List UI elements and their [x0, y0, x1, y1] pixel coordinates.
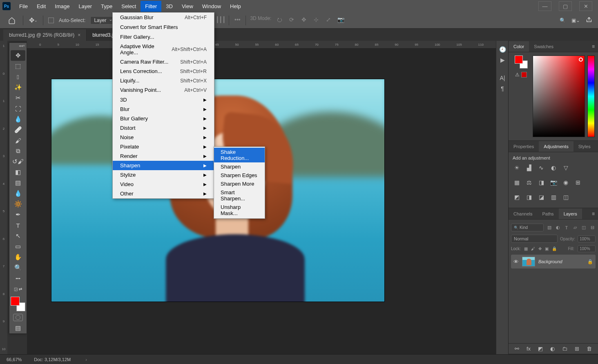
invert-icon[interactable]: ◩: [513, 193, 521, 201]
layer-row[interactable]: 👁 Background 🔒: [511, 255, 596, 269]
filter-menu-item[interactable]: Stylize▶: [113, 170, 214, 180]
swap-colors-icon[interactable]: ◲ ⇄: [11, 284, 25, 294]
channel-mixer-icon[interactable]: ◉: [562, 178, 570, 186]
brightness-icon[interactable]: ☀: [513, 164, 521, 172]
auto-select-checkbox[interactable]: [48, 18, 54, 23]
lasso-tool[interactable]: 𓏢: [11, 71, 25, 82]
marquee-tool[interactable]: ⬚: [11, 61, 25, 71]
status-menu-icon[interactable]: ›: [85, 357, 87, 362]
filter-menu-item[interactable]: Convert for Smart Filters: [113, 22, 214, 32]
sharpen-menu-item[interactable]: Smart Sharpen...: [214, 188, 265, 203]
menu-3d[interactable]: 3D: [161, 1, 177, 12]
lock-transparency-icon[interactable]: ▦: [524, 246, 528, 251]
3d-slide-icon[interactable]: ⊹: [312, 16, 320, 24]
menu-layer[interactable]: Layer: [74, 1, 97, 12]
tab-styles[interactable]: Styles: [573, 141, 596, 152]
tab-layers[interactable]: Layers: [559, 209, 582, 219]
filter-menu-item[interactable]: Blur▶: [113, 104, 214, 114]
workspace-switcher-icon[interactable]: ▣⌄: [571, 18, 580, 23]
filter-menu-item[interactable]: Liquify...Shift+Ctrl+X: [113, 76, 214, 85]
3d-pan-icon[interactable]: ✥: [300, 16, 308, 24]
move-tool-icon[interactable]: ✥⌄: [28, 16, 38, 25]
color-lookup-icon[interactable]: ⊞: [574, 178, 582, 186]
blend-mode-dropdown[interactable]: Normal: [511, 235, 558, 243]
new-layer-icon[interactable]: ⊞: [575, 346, 579, 352]
history-panel-icon[interactable]: 🕘: [496, 44, 509, 55]
exposure-icon[interactable]: ◐: [549, 164, 558, 172]
foreground-color-swatch[interactable]: [11, 297, 20, 306]
3d-roll-icon[interactable]: ⟳: [288, 16, 296, 24]
magic-wand-tool[interactable]: ✨: [11, 82, 25, 93]
curves-icon[interactable]: ∿: [537, 164, 545, 172]
link-layers-icon[interactable]: ⚯: [515, 346, 519, 352]
menu-file[interactable]: File: [15, 1, 32, 12]
filter-menu-item[interactable]: Other▶: [113, 189, 214, 198]
menu-window[interactable]: Window: [198, 1, 225, 12]
filter-menu-item[interactable]: 3D▶: [113, 95, 214, 104]
filter-menu-item[interactable]: Video▶: [113, 180, 214, 189]
clone-stamp-tool[interactable]: ⧉: [11, 146, 25, 156]
history-brush-tool[interactable]: ↺🖌: [11, 156, 25, 167]
menu-filter[interactable]: Filter: [141, 1, 161, 12]
sharpen-menu-item[interactable]: Sharpen: [214, 162, 265, 171]
zoom-tool[interactable]: 🔍: [11, 262, 25, 273]
3d-scale-icon[interactable]: ⤢: [324, 16, 332, 24]
filter-pixel-icon[interactable]: ▧: [546, 224, 552, 231]
sharpen-menu-item[interactable]: Shake Reduction...: [214, 148, 265, 162]
levels-icon[interactable]: ▟: [525, 164, 533, 172]
menu-type[interactable]: Type: [96, 1, 117, 12]
close-button[interactable]: ✕: [579, 1, 592, 11]
opacity-input[interactable]: 100%: [578, 235, 596, 242]
eraser-tool[interactable]: ◧: [11, 167, 25, 178]
3d-camera-icon[interactable]: 📷: [337, 16, 345, 24]
color-field[interactable]: [533, 55, 585, 137]
type-tool[interactable]: T: [11, 220, 25, 231]
minimize-button[interactable]: —: [538, 1, 551, 11]
filter-shape-icon[interactable]: ▱: [572, 224, 578, 231]
filter-menu-item[interactable]: Lens Correction...Shift+Ctrl+R: [113, 67, 214, 76]
lock-artboard-icon[interactable]: ▣: [545, 246, 549, 251]
hand-tool[interactable]: ✋: [11, 252, 25, 262]
filter-menu-item[interactable]: Pixelate▶: [113, 142, 214, 151]
filter-menu-item[interactable]: Filter Gallery...: [113, 32, 214, 42]
tab-swatches[interactable]: Swatches: [529, 41, 558, 52]
tab-close-icon[interactable]: ×: [78, 32, 80, 38]
character-panel-icon[interactable]: A|: [496, 73, 509, 83]
sharpen-menu-item[interactable]: Sharpen More: [214, 180, 265, 188]
layer-thumbnail[interactable]: [522, 257, 535, 266]
selective-color-icon[interactable]: ◫: [562, 193, 570, 201]
color-swatches-mini[interactable]: [515, 55, 528, 69]
paragraph-panel-icon[interactable]: ¶: [496, 83, 509, 94]
more-icon[interactable]: •••: [233, 16, 241, 24]
rectangle-tool[interactable]: ▭: [11, 241, 25, 252]
gamut-warning-icon[interactable]: ⚠: [515, 72, 520, 78]
visibility-icon[interactable]: 👁: [513, 259, 519, 265]
menu-help[interactable]: Help: [225, 1, 245, 12]
screen-mode-icon[interactable]: ▤: [11, 323, 25, 333]
panel-menu-icon[interactable]: ≡: [596, 144, 598, 149]
home-icon[interactable]: [6, 15, 18, 26]
distribute-icon[interactable]: ┃┃┃: [216, 16, 225, 24]
layer-name[interactable]: Background: [538, 259, 584, 264]
filter-smart-icon[interactable]: ◫: [581, 224, 587, 231]
search-icon[interactable]: 🔍: [560, 18, 566, 23]
dodge-tool[interactable]: 🔆: [11, 199, 25, 209]
color-swatches[interactable]: [11, 297, 25, 311]
hue-slider[interactable]: [587, 55, 595, 137]
sharpen-menu-item[interactable]: Sharpen Edges: [214, 171, 265, 180]
doc-size[interactable]: Doc: 3,12M/3,12M: [34, 357, 71, 362]
color-balance-icon[interactable]: ⚖: [525, 178, 533, 186]
pen-tool[interactable]: ✒: [11, 209, 25, 220]
gradient-map-icon[interactable]: ▥: [549, 193, 558, 201]
crop-tool[interactable]: ✂: [11, 93, 25, 103]
filter-menu-item[interactable]: Blur Gallery▶: [113, 114, 214, 123]
filter-menu-item[interactable]: Vanishing Point...Alt+Ctrl+V: [113, 85, 214, 95]
photo-filter-icon[interactable]: 📷: [549, 178, 558, 186]
lock-pixels-icon[interactable]: 🖌: [531, 246, 535, 251]
tab-properties[interactable]: Properties: [509, 141, 539, 152]
tab-paths[interactable]: Paths: [537, 209, 558, 219]
auto-select-target-dropdown[interactable]: Layer: [90, 16, 115, 24]
filter-type-icon[interactable]: T: [563, 224, 569, 231]
eyedropper-tool[interactable]: 💧: [11, 114, 25, 124]
group-icon[interactable]: 🗀: [562, 346, 567, 352]
